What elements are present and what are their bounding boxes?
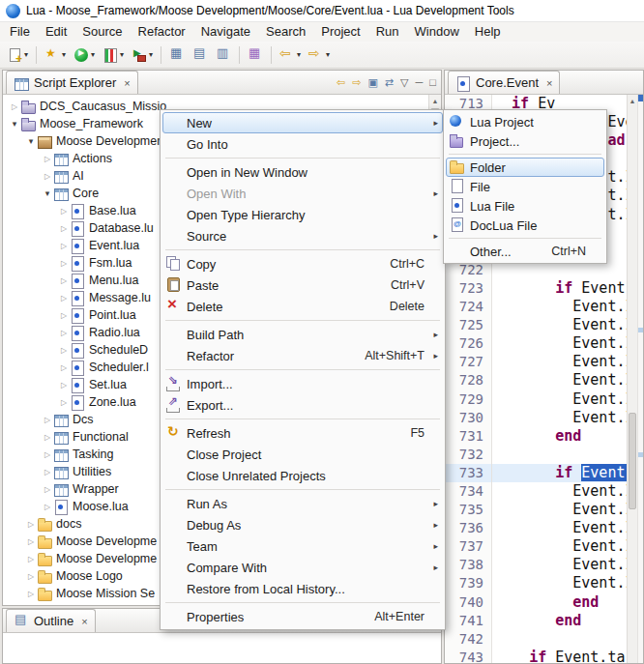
code-line[interactable]: 724 Event.I — [445, 298, 643, 316]
line-number[interactable]: 725 — [445, 316, 492, 334]
code-line[interactable]: 741 end — [445, 612, 643, 630]
menubar-item-window[interactable]: Window — [407, 22, 467, 42]
collapsed-arrow-icon[interactable]: ▷ — [58, 294, 70, 303]
code-line[interactable]: 723 if Event. — [445, 279, 643, 298]
code-text[interactable]: Event.I — [492, 316, 643, 334]
menubar-item-refactor[interactable]: Refactor — [131, 22, 193, 42]
context-menu-item-paste[interactable]: PasteCtrl+V — [162, 274, 443, 296]
debug-button[interactable]: ▾ — [41, 43, 70, 67]
context-menu-item-open-in-new-window[interactable]: Open in New Window — [162, 161, 443, 183]
code-text[interactable]: Event.I — [492, 298, 643, 316]
menubar-item-navigate[interactable]: Navigate — [193, 22, 258, 42]
overview-ruler[interactable] — [637, 95, 643, 663]
code-line[interactable]: 735 Event.I — [445, 501, 643, 519]
context-menu-item-close-project[interactable]: Close Project — [162, 444, 443, 465]
context-menu-item-restore-from-local-history[interactable]: Restore from Local History... — [162, 578, 443, 599]
context-menu-item-refactor[interactable]: RefactorAlt+Shift+T▸ — [162, 345, 443, 366]
context-menu-item-open-type-hierarchy[interactable]: Open Type Hierarchy — [162, 204, 443, 225]
collapsed-arrow-icon[interactable]: ▷ — [42, 155, 53, 163]
dropdown-arrow-icon[interactable]: ▾ — [120, 50, 124, 59]
code-line[interactable]: 729 Event.I — [445, 390, 643, 409]
new-submenu-item-file[interactable]: File — [446, 177, 604, 196]
code-line[interactable]: 733 if Event. — [445, 464, 643, 482]
collapsed-arrow-icon[interactable]: ▷ — [58, 259, 70, 268]
line-number[interactable]: 738 — [445, 556, 492, 574]
script-explorer-close-icon[interactable]: × — [124, 77, 130, 89]
overview-marker[interactable] — [638, 328, 643, 332]
collapsed-arrow-icon[interactable]: ▷ — [25, 572, 37, 581]
back-button[interactable]: ▾ — [276, 43, 305, 67]
context-menu-item-team[interactable]: Team▸ — [162, 535, 443, 557]
coverage-button[interactable]: ▾ — [99, 43, 128, 67]
code-text[interactable]: Event.I — [492, 409, 643, 427]
code-text[interactable]: Event.I — [492, 537, 643, 556]
collapsed-arrow-icon[interactable]: ▷ — [58, 207, 70, 216]
new-wizard-button[interactable]: ▾ — [3, 43, 32, 67]
code-text[interactable]: Event.I — [492, 556, 643, 574]
line-number[interactable]: 726 — [445, 334, 492, 353]
dropdown-arrow-icon[interactable]: ▾ — [62, 50, 66, 59]
code-text[interactable]: if Event. — [492, 279, 643, 298]
maximize-button[interactable]: □ — [429, 74, 436, 90]
expanded-arrow-icon[interactable]: ▾ — [9, 119, 20, 129]
open-perspective-button[interactable] — [165, 43, 189, 67]
dropdown-arrow-icon[interactable]: ▾ — [297, 50, 301, 59]
editor-scroll-up-icon[interactable]: ▲ — [628, 95, 637, 107]
line-number[interactable]: 724 — [445, 298, 492, 316]
collapsed-arrow-icon[interactable]: ▷ — [58, 276, 70, 285]
line-number[interactable]: 740 — [445, 593, 492, 612]
code-line[interactable]: 742 — [445, 630, 643, 649]
minimize-button[interactable]: ─ — [416, 74, 424, 90]
context-menu-item-new[interactable]: New▸ — [162, 112, 443, 133]
scroll-up-icon[interactable]: ▲ — [429, 95, 441, 107]
collapsed-arrow-icon[interactable]: ▷ — [42, 433, 53, 442]
code-line[interactable]: 727 Event.I — [445, 353, 643, 371]
line-number[interactable]: 732 — [445, 446, 492, 464]
editor-scrollbar-thumb[interactable] — [629, 413, 636, 509]
context-menu-item-run-as[interactable]: Run As▸ — [162, 493, 443, 514]
dropdown-arrow-icon[interactable]: ▾ — [91, 50, 95, 59]
code-text[interactable]: if Event.ta — [492, 649, 643, 663]
new-submenu-item-doclua-file[interactable]: DocLua File — [446, 216, 604, 235]
menubar-item-run[interactable]: Run — [368, 22, 407, 42]
context-menu-item-debug-as[interactable]: Debug As▸ — [162, 514, 443, 535]
context-menu-item-refresh[interactable]: RefreshF5 — [162, 422, 443, 444]
menubar-item-help[interactable]: Help — [467, 22, 509, 42]
overview-marker[interactable] — [638, 452, 643, 457]
code-line[interactable]: 730 Event.I — [445, 409, 643, 427]
editor-tab-close-icon[interactable]: × — [546, 77, 552, 89]
outline-close-icon[interactable]: × — [81, 616, 87, 627]
expanded-arrow-icon[interactable]: ▾ — [42, 188, 53, 198]
code-line[interactable]: 737 Event.I — [445, 537, 643, 556]
line-number[interactable]: 730 — [445, 409, 492, 427]
collapsed-arrow-icon[interactable]: ▷ — [58, 329, 70, 337]
code-line[interactable]: 732 — [445, 446, 643, 464]
collapsed-arrow-icon[interactable]: ▷ — [25, 537, 37, 546]
code-text[interactable]: Event.I — [492, 519, 643, 537]
context-menu-item-open-with[interactable]: Open With▸ — [162, 183, 443, 204]
collapsed-arrow-icon[interactable]: ▷ — [9, 102, 20, 111]
line-number[interactable]: 736 — [445, 519, 492, 537]
perspective-layout-2-button[interactable] — [212, 43, 235, 67]
code-line[interactable]: 743 if Event.ta — [445, 649, 643, 663]
code-line[interactable]: 725 Event.I — [445, 316, 643, 334]
menubar-item-search[interactable]: Search — [258, 22, 313, 42]
collapsed-arrow-icon[interactable]: ▷ — [42, 503, 53, 511]
code-line[interactable]: 740 end — [445, 593, 643, 612]
collapsed-arrow-icon[interactable]: ▷ — [58, 311, 70, 320]
new-submenu-item-other[interactable]: Other...Ctrl+N — [446, 242, 604, 261]
view-menu-button[interactable]: ▽ — [400, 74, 408, 90]
context-menu-item-copy[interactable]: CopyCtrl+C — [162, 253, 443, 274]
context-menu-item-delete[interactable]: DeleteDelete — [162, 296, 443, 317]
context-menu-item-compare-with[interactable]: Compare With▸ — [162, 557, 443, 578]
code-text[interactable]: if Event. — [492, 464, 643, 482]
code-line[interactable]: 739 Event.I — [445, 574, 643, 592]
context-menu-item-go-into[interactable]: Go Into — [162, 133, 443, 155]
line-number[interactable]: 731 — [445, 427, 492, 446]
line-number[interactable]: 739 — [445, 574, 492, 592]
code-line[interactable]: 731 end — [445, 427, 643, 446]
code-text[interactable] — [492, 446, 643, 464]
menubar-item-edit[interactable]: Edit — [38, 22, 74, 42]
overview-marker[interactable] — [638, 95, 643, 101]
new-submenu-item-lua-file[interactable]: Lua File — [446, 196, 604, 216]
